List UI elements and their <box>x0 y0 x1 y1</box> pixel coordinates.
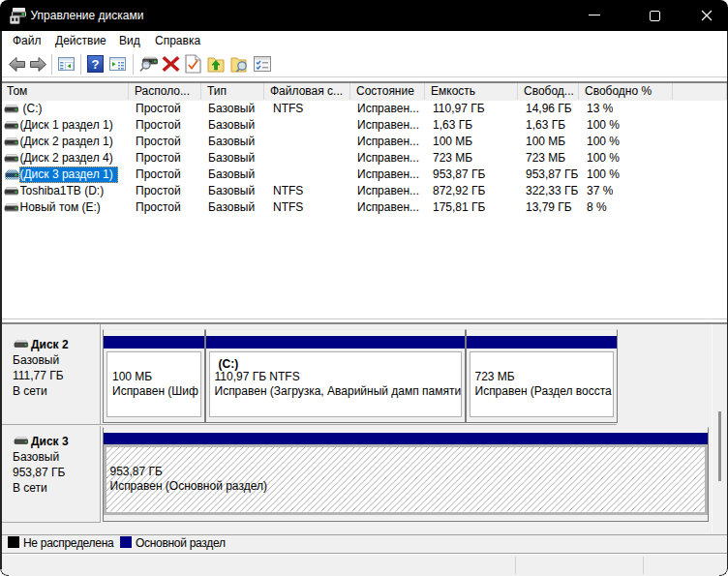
svg-text:?: ? <box>92 57 100 72</box>
